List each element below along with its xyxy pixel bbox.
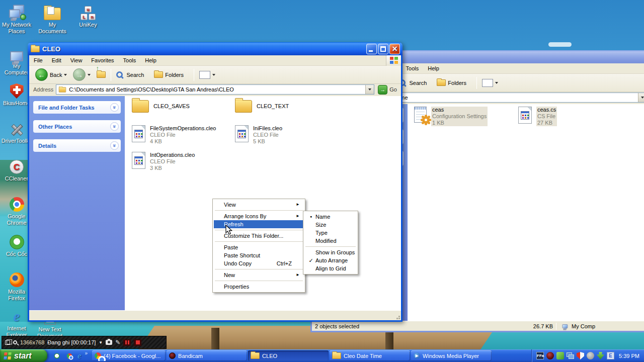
context-menu-item-view[interactable]: View ►: [214, 201, 304, 209]
task-pane-section-file-folder-tasks[interactable]: File and Folder Tasks »: [33, 101, 121, 114]
menu-edit[interactable]: Edit: [47, 55, 66, 66]
forward-button[interactable]: →: [70, 67, 94, 82]
folders-button[interactable]: Folders: [151, 67, 187, 82]
submenu-item-auto-arrange[interactable]: ✓ Auto Arrange: [304, 256, 357, 264]
magnifier-icon[interactable]: [12, 339, 18, 345]
taskbar-button-cleo-date-time[interactable]: Cleo Date Time: [330, 350, 410, 361]
taskbar-clock[interactable]: 5:39 PM: [619, 353, 639, 359]
cleo-addressbar: Address C:\Documents and Settings\OSC\De…: [29, 84, 401, 96]
tray-icon-security-shield[interactable]: [577, 352, 584, 359]
chevron-down-icon: [641, 97, 644, 99]
menu-tools[interactable]: Tools: [119, 55, 141, 66]
desktop-icon-my-documents[interactable]: My Documents: [36, 3, 68, 35]
submenu-item-name[interactable]: ● Name: [304, 213, 357, 221]
cleo-file-icon: [132, 152, 145, 169]
folders-button[interactable]: Folders: [434, 75, 469, 90]
desktop-icon-label: My Documents: [36, 22, 68, 35]
context-menu-item-undo-copy[interactable]: Undo Copy Ctrl+Z: [214, 259, 304, 267]
quick-launch-coccoc-icon[interactable]: [54, 353, 60, 358]
context-menu-item-paste-shortcut[interactable]: Paste Shortcut: [214, 251, 304, 259]
taskbar-button-cleo[interactable]: CLEO: [248, 350, 329, 361]
tray-icon-network[interactable]: [567, 352, 574, 359]
address-dropdown-button[interactable]: [365, 85, 374, 94]
folders-icon: [437, 79, 446, 86]
file-tile-ceas[interactable]: ceas Configuration Settings 1 KB: [414, 107, 488, 126]
windows-logo-box: [386, 55, 401, 66]
chevron-down-icon: [88, 74, 91, 76]
windows-logo-icon: [390, 57, 398, 64]
taskbar-button-bandicam[interactable]: Bandicam: [167, 350, 247, 361]
window-select-icon[interactable]: [5, 340, 10, 345]
context-menu-item-properties[interactable]: Properties: [214, 283, 304, 291]
taskbar: start e » (4) Facebook - Googl... Bandic…: [0, 349, 644, 362]
submenu-item-modified[interactable]: Modified: [304, 237, 357, 245]
quick-launch-chrome-icon[interactable]: [67, 353, 72, 358]
close-button[interactable]: ✕: [389, 44, 400, 54]
my-network-places-icon: [1, 3, 33, 20]
file-tile-filesystemoperations[interactable]: FileSystemOperations.cleo CLEO File 4 KB: [132, 125, 216, 145]
tray-icon-volume[interactable]: [587, 352, 594, 359]
desktop-icon-unikey[interactable]: uLn UniKey: [72, 3, 104, 28]
submenu-item-align-to-grid[interactable]: Align to Grid: [304, 264, 357, 273]
file-tile-ceas-cs[interactable]: ceas.cs CS File 27 KB: [518, 107, 557, 126]
chevron-down-icon[interactable]: ▼: [99, 340, 103, 345]
context-menu-item-new[interactable]: New ►: [214, 271, 304, 279]
submenu-item-show-in-groups[interactable]: Show in Groups: [304, 248, 357, 256]
pause-button[interactable]: [123, 339, 131, 346]
address-dropdown-button[interactable]: [638, 93, 644, 102]
cleo-task-pane: File and Folder Tasks » Other Places » D…: [29, 96, 125, 310]
arrange-icons-submenu: ● Name Size Type Modified Show in Groups…: [303, 211, 358, 275]
resize-grip[interactable]: [398, 318, 400, 319]
quick-launch-chevron-icon[interactable]: »: [85, 350, 88, 356]
file-tile-cleo-text[interactable]: CLEO_TEXT: [235, 100, 289, 113]
chevron-double-down-icon[interactable]: »: [110, 103, 119, 112]
maximize-button[interactable]: [378, 44, 388, 54]
menu-help[interactable]: Help: [423, 63, 444, 74]
address-label: Address: [33, 86, 53, 93]
file-tile-intoperations[interactable]: IntOperations.cleo CLEO File 3 KB: [132, 152, 195, 171]
tray-icon-unikey[interactable]: E: [607, 352, 614, 359]
menu-favorites[interactable]: Favorites: [87, 55, 118, 66]
search-button[interactable]: Search: [113, 67, 147, 82]
views-button[interactable]: [196, 67, 218, 82]
quick-launch-ie-icon[interactable]: e: [77, 351, 82, 360]
back-button[interactable]: ← Back: [32, 67, 70, 82]
taskbar-button-windows-media-player[interactable]: ▶ Windows Media Player: [411, 350, 492, 361]
desktop-icon-my-network-places[interactable]: My Network Places: [1, 3, 33, 35]
menu-file[interactable]: File: [29, 55, 47, 66]
file-tile-cleo-saves[interactable]: CLEO_SAVES: [132, 100, 190, 113]
chevron-double-down-icon[interactable]: »: [110, 141, 119, 150]
chevron-double-down-icon[interactable]: »: [110, 122, 119, 131]
tray-icon-idm[interactable]: [597, 352, 604, 359]
mouse-cursor: [225, 225, 233, 235]
cleo-window-titlebar[interactable]: CLEO ✕: [28, 42, 403, 55]
start-flag-icon: [4, 352, 12, 359]
start-button[interactable]: start: [0, 349, 47, 362]
context-menu-item-arrange-icons-by[interactable]: Arrange Icons By ►: [214, 212, 304, 220]
menu-view[interactable]: View: [66, 55, 87, 66]
window-folder-icon: [31, 46, 40, 52]
tray-icon-bandicam[interactable]: [546, 352, 554, 359]
stop-button[interactable]: [134, 339, 141, 346]
screenshot-camera-icon[interactable]: [106, 340, 112, 345]
background-file-area[interactable]: ceas Configuration Settings 1 KB ceas.cs…: [408, 104, 644, 321]
taskbar-button-facebook-chrome[interactable]: (4) Facebook - Googl...: [92, 350, 166, 361]
task-pane-section-other-places[interactable]: Other Places »: [33, 120, 121, 133]
context-menu-item-paste[interactable]: Paste: [214, 243, 304, 251]
views-button[interactable]: [479, 75, 501, 90]
tray-icon-ffa[interactable]: FFa: [536, 352, 544, 359]
minimize-button[interactable]: [366, 44, 377, 54]
menu-help[interactable]: Help: [140, 55, 161, 66]
file-tile-inifiles[interactable]: IniFiles.cleo CLEO File 5 KB: [235, 125, 282, 145]
tray-icon-app-green[interactable]: [556, 352, 564, 359]
task-pane-section-details[interactable]: Details »: [33, 139, 121, 152]
up-button[interactable]: ↑: [94, 67, 109, 82]
my-documents-icon: [36, 3, 68, 20]
go-button[interactable]: → Go: [377, 85, 398, 95]
submenu-item-type[interactable]: Type: [304, 229, 357, 237]
submenu-item-size[interactable]: Size: [304, 221, 357, 229]
menu-tools[interactable]: Tools: [401, 63, 424, 74]
chevron-down-icon: [212, 74, 215, 76]
pencil-icon[interactable]: ✎: [115, 339, 120, 346]
address-field[interactable]: C:\Documents and Settings\OSC\Desktop\GT…: [56, 84, 374, 95]
